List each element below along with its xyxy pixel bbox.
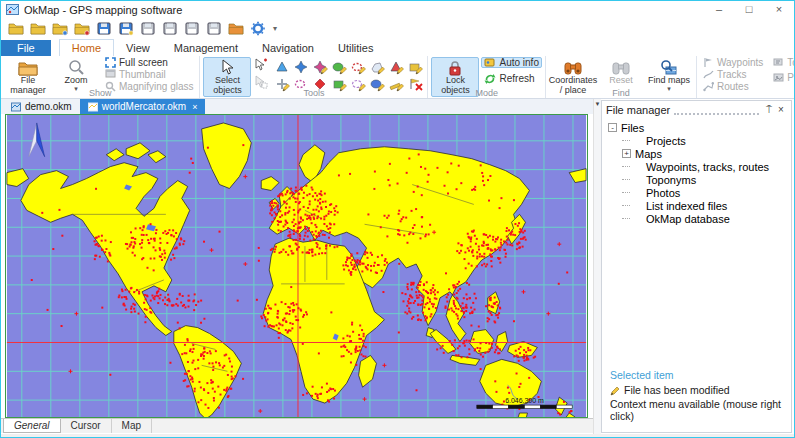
tree-item-projects[interactable]: Projects: [608, 134, 791, 147]
padlock-icon: [447, 59, 463, 76]
tree-item-list-indexed-files[interactable]: List indexed files: [608, 199, 791, 212]
tree-item-photos[interactable]: Photos: [608, 186, 791, 199]
selected-item-title: Selected item: [610, 369, 783, 381]
ribbon-group-tools: Select objects Tools: [200, 56, 428, 98]
panel-splitter[interactable]: ▼: [593, 99, 601, 434]
panel-title: File manager: [606, 104, 670, 116]
doc-tab-demo[interactable]: demo.okm: [3, 99, 80, 114]
pencil-icon: [610, 385, 620, 396]
selected-item-info: Selected item File has been modified Con…: [602, 369, 791, 432]
ribbon-tabs: File Home View Management Navigation Uti…: [1, 38, 794, 56]
save-icon[interactable]: [95, 20, 113, 37]
map-file-icon: [11, 102, 21, 112]
modified-text: File has been modified: [624, 384, 730, 396]
status-tabs: General Cursor Map: [1, 418, 593, 433]
folder-icon: [18, 59, 38, 76]
tab-navigation[interactable]: Navigation: [250, 40, 326, 56]
tab-view[interactable]: View: [114, 40, 162, 56]
collapse-arrow-icon[interactable]: ▼: [595, 101, 601, 107]
save-all-disabled-icon[interactable]: [161, 20, 179, 37]
panel-header: File manager ⍑ ×: [602, 101, 791, 118]
tool-5[interactable]: [349, 59, 367, 75]
open-recent-icon[interactable]: [73, 20, 91, 37]
maximize-button[interactable]: □: [734, 1, 764, 18]
tab-home[interactable]: Home: [59, 39, 114, 56]
waypoints-button[interactable]: Waypoints: [700, 57, 766, 68]
open-import-icon[interactable]: [51, 20, 69, 37]
tab-file[interactable]: File: [1, 40, 51, 56]
open-file-icon[interactable]: [7, 20, 25, 37]
tool-6[interactable]: [368, 59, 386, 75]
panel-close-icon[interactable]: ×: [775, 104, 787, 115]
waypoint-flag-icon: [703, 57, 714, 68]
context-menu-hint: Context menu available (mouse right clic…: [610, 398, 783, 422]
tab-cursor[interactable]: Cursor: [61, 419, 112, 433]
title-bar: OkMap - GPS mapping software – □ ×: [1, 1, 794, 18]
tool-4[interactable]: [330, 59, 348, 75]
full-screen-button[interactable]: Full screen: [102, 57, 196, 68]
window-title: OkMap - GPS mapping software: [24, 4, 182, 16]
file-manager-panel: File manager ⍑ × - Files Projects + Maps: [601, 100, 792, 433]
map-canvas[interactable]: 6.046.300 m: [5, 114, 588, 418]
ribbon-group-mode: Lock objects Auto info Refresh Mode: [428, 56, 545, 98]
track-line-icon: [703, 69, 714, 80]
qat-overflow-icon[interactable]: ▾: [273, 24, 277, 33]
tool-3[interactable]: [311, 59, 329, 75]
svg-text:6.046.300 m: 6.046.300 m: [505, 397, 544, 404]
quick-access-toolbar: ▾: [1, 18, 794, 38]
file-tree: - Files Projects + Maps Waypoints, track…: [602, 118, 791, 225]
close-tab-icon[interactable]: ×: [192, 102, 197, 112]
app-icon: [6, 3, 19, 16]
settings-gear-icon[interactable]: [249, 20, 267, 37]
save-map-disabled-icon[interactable]: [139, 20, 157, 37]
ribbon-group-find: Coordinates / place Reset Find maps ▾ Fi…: [546, 56, 697, 98]
minimize-button[interactable]: –: [704, 1, 734, 18]
expander-icon[interactable]: -: [608, 123, 617, 132]
tree-item-waypoints-tracks-routes[interactable]: Waypoints, tracks, routes: [608, 160, 791, 173]
ribbon: File manager Zoom ▾ Full screen Thumbnai…: [1, 56, 794, 99]
binoculars-gray-icon: [612, 59, 630, 76]
tree-item-maps[interactable]: + Maps: [608, 147, 791, 160]
magnifier-icon: [68, 59, 85, 76]
thumbnail-button[interactable]: Thumbnail: [102, 69, 196, 80]
toponym-tag-icon: [773, 57, 784, 68]
open-map-icon[interactable]: [29, 20, 47, 37]
tab-map[interactable]: Map: [112, 419, 152, 433]
thumbnail-icon: [105, 69, 116, 80]
window-resize-edge: [1, 434, 794, 437]
cursor-arrow-icon: [220, 59, 235, 76]
qat-icons: [7, 20, 267, 37]
refresh-icon: [484, 73, 496, 85]
tree-item-okmap-database[interactable]: OkMap database: [608, 212, 791, 225]
tab-management[interactable]: Management: [162, 40, 250, 56]
close-button[interactable]: ×: [764, 1, 794, 18]
auto-info-icon: [484, 57, 496, 68]
app-window: OkMap - GPS mapping software – □ × ▾ Fil…: [0, 0, 795, 438]
auto-info-button[interactable]: Auto info: [481, 57, 541, 68]
tab-general[interactable]: General: [3, 419, 61, 433]
toponyms-button[interactable]: Toponyms: [770, 57, 795, 68]
tool-8[interactable]: [406, 59, 424, 75]
document-tabs: demo.okm worldMercator.okm ×: [1, 99, 593, 114]
tracks-button[interactable]: Tracks: [700, 69, 766, 80]
home-folder-icon[interactable]: [227, 20, 245, 37]
pin-icon[interactable]: ⍑: [763, 104, 775, 116]
tool-7[interactable]: [387, 59, 405, 75]
tool-1[interactable]: [273, 59, 291, 75]
photo-icon: [773, 72, 784, 83]
expander-icon[interactable]: +: [622, 149, 631, 158]
tool-2[interactable]: [292, 59, 310, 75]
ribbon-group-list: Waypoints Tracks Routes Toponyms: [697, 56, 795, 98]
tab-utilities[interactable]: Utilities: [326, 40, 385, 56]
export-disabled-icon[interactable]: [183, 20, 201, 37]
map-holder: 6.046.300 m: [1, 114, 593, 418]
tree-item-toponyms[interactable]: Toponyms: [608, 173, 791, 186]
print-disabled-icon[interactable]: [205, 20, 223, 37]
refresh-button[interactable]: Refresh: [481, 73, 541, 84]
reset-button[interactable]: Reset: [597, 57, 645, 88]
doc-tab-worldmercator[interactable]: worldMercator.okm ×: [80, 99, 206, 114]
tree-item-files[interactable]: - Files: [608, 121, 791, 134]
save-as-icon[interactable]: [117, 20, 135, 37]
photos-button[interactable]: Photos: [770, 72, 795, 83]
select-add-tool[interactable]: [252, 57, 270, 73]
